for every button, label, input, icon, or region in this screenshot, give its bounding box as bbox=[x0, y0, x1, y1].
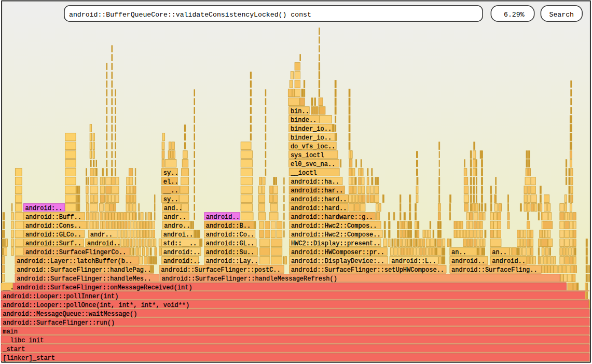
svg-text:android::Surf..: android::Surf.. bbox=[25, 240, 81, 247]
svg-text:and..: and.. bbox=[164, 205, 183, 212]
svg-text:main: main bbox=[3, 328, 18, 335]
svg-text:android::Looper::pollOnce(int,: android::Looper::pollOnce(int, int*, int… bbox=[3, 302, 189, 309]
svg-text:android::Layer::latchBuffer(b.: android::Layer::latchBuffer(b.. bbox=[17, 258, 132, 265]
svg-text:android::Cons..: android::Cons.. bbox=[25, 222, 81, 230]
svg-text:6.29%: 6.29% bbox=[504, 11, 525, 19]
svg-text:android::SurfaceFlinger::onMes: android::SurfaceFlinger::onMessageReceiv… bbox=[17, 284, 192, 291]
svg-text:[linker]_start: [linker]_start bbox=[3, 355, 55, 362]
svg-text:sys_ioctl: sys_ioctl bbox=[291, 152, 324, 159]
svg-text:android::SurfaceFlinger::setUp: android::SurfaceFlinger::setUpHWCompose.… bbox=[291, 267, 444, 274]
svg-text:an..: an.. bbox=[492, 249, 507, 256]
svg-text:android..: android.. bbox=[206, 214, 240, 221]
svg-text:andro..: andro.. bbox=[164, 222, 190, 230]
svg-text:android::SurfaceFlinger::handl: android::SurfaceFlinger::handlePag.. bbox=[17, 267, 151, 274]
svg-text:__ioctl: __ioctl bbox=[290, 170, 316, 177]
svg-text:android::SurfaceFlingerCo..: android::SurfaceFlingerCo.. bbox=[25, 249, 126, 256]
svg-text:android:..: android:.. bbox=[163, 249, 201, 256]
svg-text:android::SurfaceFlinger::postC: android::SurfaceFlinger::postC.. bbox=[161, 267, 280, 274]
svg-text:do_vfs_ioc..: do_vfs_ioc.. bbox=[291, 143, 335, 150]
svg-text:__..: __.. bbox=[163, 187, 178, 194]
svg-text:android..: android.. bbox=[451, 258, 485, 265]
svg-text:android::Co..: android::Co.. bbox=[206, 231, 255, 239]
svg-text:android::Su..: android::Su.. bbox=[206, 249, 255, 256]
svg-text:bin..: bin.. bbox=[291, 108, 309, 115]
svg-text:android::hard..: android::hard.. bbox=[291, 196, 347, 203]
svg-text:an..: an.. bbox=[451, 249, 466, 256]
svg-text:android::har..: android::har.. bbox=[291, 187, 343, 194]
svg-text:android::SurfaceFlinger::handl: android::SurfaceFlinger::handleMessageRe… bbox=[161, 275, 337, 283]
svg-text:el..: el.. bbox=[163, 178, 178, 186]
svg-text:android::L..: android::L.. bbox=[391, 258, 436, 265]
svg-text:sy..: sy.. bbox=[163, 170, 178, 177]
svg-text:std::__..: std::__.. bbox=[163, 240, 197, 247]
svg-text:binder_io..: binder_io.. bbox=[291, 125, 332, 133]
svg-text:__libc_init: __libc_init bbox=[2, 337, 44, 344]
svg-text:android::SurfaceFlinger::handl: android::SurfaceFlinger::handleMes.. bbox=[17, 275, 151, 283]
svg-text:android..: android.. bbox=[87, 240, 121, 247]
svg-text:binde..: binde.. bbox=[291, 117, 316, 124]
svg-text:android..: android.. bbox=[492, 258, 526, 265]
svg-text:android::hardware::g..: android::hardware::g.. bbox=[291, 214, 373, 221]
svg-text:android::SurfaceFling..: android::SurfaceFling.. bbox=[451, 267, 538, 274]
svg-text:sy..: sy.. bbox=[163, 196, 178, 203]
svg-text:_start: _start bbox=[2, 346, 25, 353]
svg-text:android:..: android:.. bbox=[25, 205, 63, 212]
svg-text:android::BufferQueueCore::vali: android::BufferQueueCore::validateConsis… bbox=[69, 11, 311, 19]
svg-text:binder_io..: binder_io.. bbox=[291, 134, 332, 142]
svg-text:android::Hwc2::Compose..: android::Hwc2::Compose.. bbox=[291, 231, 381, 239]
svg-text:androi..: androi.. bbox=[163, 231, 194, 239]
svg-text:__.: __. bbox=[2, 284, 14, 291]
svg-text:android::hard..: android::hard.. bbox=[291, 205, 347, 212]
svg-text:Search: Search bbox=[549, 11, 574, 19]
svg-text:android::ha..: android::ha.. bbox=[291, 178, 339, 186]
svg-text:andr..: andr.. bbox=[90, 231, 113, 239]
svg-text:android::MessageQueue::waitMes: android::MessageQueue::waitMessage() bbox=[3, 311, 137, 318]
svg-text:android::Lay..: android::Lay.. bbox=[206, 258, 258, 265]
svg-text:android::Buff..: android::Buff.. bbox=[25, 214, 81, 221]
svg-text:android::GL..: android::GL.. bbox=[206, 240, 255, 247]
svg-text:andr..: andr.. bbox=[164, 214, 186, 221]
svg-text:android::B..: android::B.. bbox=[206, 222, 251, 230]
svg-text:android::DisplayDevice:..: android::DisplayDevice:.. bbox=[291, 258, 384, 265]
svg-text:android::HWComposer::pr..: android::HWComposer::pr.. bbox=[291, 249, 384, 256]
svg-text:android::SurfaceFlinger::run(): android::SurfaceFlinger::run() bbox=[3, 319, 115, 327]
svg-text:android::Hwc2::Compos..: android::Hwc2::Compos.. bbox=[291, 222, 377, 230]
svg-text:el0_svc_na..: el0_svc_na.. bbox=[291, 161, 335, 168]
svg-text:android::GLCo..: android::GLCo.. bbox=[25, 231, 81, 239]
svg-text:android:..: android:.. bbox=[163, 258, 201, 265]
svg-text:android::Looper::pollInner(int: android::Looper::pollInner(int) bbox=[3, 293, 118, 300]
svg-text:HWC2::Display::present..: HWC2::Display::present.. bbox=[291, 240, 381, 247]
